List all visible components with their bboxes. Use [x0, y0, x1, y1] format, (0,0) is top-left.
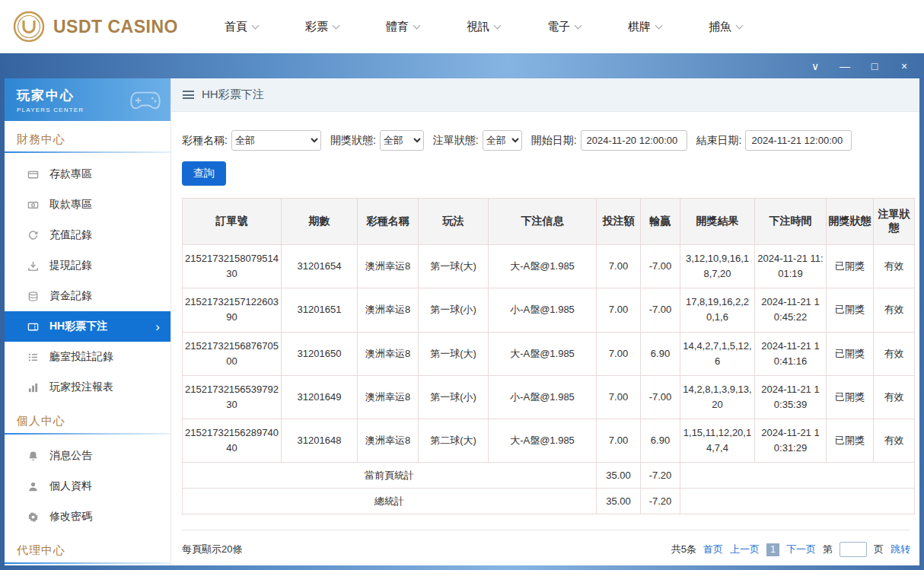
sidebar-item-room-bet-record[interactable]: 廳室投註記錄 — [5, 342, 170, 372]
draw-result-cell: 14,4,2,7,1,5,12,6 — [680, 332, 755, 375]
page-jump-input[interactable] — [840, 542, 867, 557]
search-button[interactable]: 查詢 — [182, 161, 226, 186]
logo[interactable]: USDT CASINO — [9, 9, 203, 44]
deposit-icon — [27, 169, 39, 180]
jump-link[interactable]: 跳转 — [891, 543, 910, 556]
sidebar-section-title: 代理中心 — [17, 543, 170, 558]
summary-win-loss: -7.20 — [641, 489, 680, 514]
bet-time-cell: 2024-11-21 10:31:29 — [755, 419, 827, 463]
sidebar-item-label: 廳室投註記錄 — [49, 350, 113, 364]
nav-item-label: 首頁 — [225, 20, 247, 34]
summary-empty-cell — [680, 489, 915, 514]
person-icon — [27, 481, 39, 492]
win-loss-cell: -7.00 — [641, 288, 680, 332]
play-type-cell: 第一球(大) — [419, 332, 489, 375]
draw-status-select[interactable]: 全部 — [380, 130, 424, 151]
bet-amount-cell: 7.00 — [597, 245, 641, 288]
period-cell: 31201648 — [282, 419, 358, 463]
table-row: 215217321562897404031201648澳洲幸运8第二球(大)大-… — [183, 419, 915, 463]
nav-item-label: 視訊 — [467, 20, 489, 34]
player-center-window: ∨ — □ × 玩家中心 PLAYERS CENTER 財務中心存款專區取款專區… — [0, 53, 924, 570]
window-collapse-icon[interactable]: ∨ — [809, 60, 821, 72]
order-status-select[interactable]: 全部 — [483, 130, 522, 151]
lottery-name-cell: 澳洲幸运8 — [358, 288, 419, 332]
withdrawal-record-icon — [27, 260, 39, 272]
win-loss-cell: 6.90 — [641, 332, 680, 375]
nav-item[interactable]: 電子 — [547, 20, 581, 34]
table-body: 215217321580795143031201654澳洲幸运8第一球(大)大-… — [183, 245, 915, 514]
gamepad-icon — [128, 88, 163, 111]
sidebar-item-label: 取款專區 — [49, 198, 92, 212]
start-date-label: 開始日期: — [531, 134, 577, 148]
nav-item[interactable]: 體育 — [386, 20, 419, 34]
chevron-down-icon — [413, 21, 421, 29]
column-header: 期數 — [282, 199, 358, 245]
sidebar-item-withdraw[interactable]: 取款專區 — [5, 189, 170, 220]
play-type-cell: 第二球(大) — [419, 419, 489, 463]
order-id-cell: 2152173215712260390 — [183, 288, 282, 332]
summary-bet-amount: 35.00 — [597, 463, 641, 489]
sidebar-item-label: 消息公告 — [49, 449, 92, 463]
breadcrumb: HH彩票下注 — [171, 78, 919, 112]
sidebar-item-withdrawal-record[interactable]: 提現記錄 — [5, 250, 170, 281]
table-row: 215217321580795143031201654澳洲幸运8第一球(大)大-… — [183, 245, 915, 288]
draw-status-cell: 已開獎 — [827, 332, 874, 375]
end-date-input[interactable] — [745, 130, 852, 151]
start-date-input[interactable] — [581, 130, 687, 151]
column-header: 訂單號 — [183, 199, 282, 245]
menu-icon[interactable] — [183, 91, 194, 99]
sidebar-item-funds-record[interactable]: 資金記錄 — [5, 281, 170, 311]
chevron-down-icon — [736, 21, 744, 29]
summary-empty-cell — [680, 463, 915, 489]
next-page-link[interactable]: 下一页 — [786, 543, 816, 556]
sidebar-item-player-bet-report[interactable]: 玩家投注報表 — [5, 372, 170, 403]
sidebar-item-deposit[interactable]: 存款專區 — [5, 159, 170, 189]
nav-item-label: 彩票 — [305, 20, 328, 34]
lottery-name-cell: 澳洲幸运8 — [358, 245, 419, 288]
sidebar-menu: 財務中心存款專區取款專區充值記錄提現記錄資金記錄HH彩票下注›廳室投註記錄玩家投… — [5, 132, 170, 564]
order-id-cell: 2152173215687670500 — [183, 332, 282, 375]
chevron-down-icon — [252, 21, 260, 29]
sidebar-item-label: 修改密碼 — [49, 510, 92, 524]
sidebar-item-messages[interactable]: 消息公告 — [5, 441, 170, 471]
play-type-cell: 第一球(小) — [419, 375, 489, 419]
lottery-type-select[interactable]: 全部 — [231, 130, 321, 151]
sidebar-item-label: HH彩票下注 — [49, 320, 107, 333]
sidebar-item-recharge-record[interactable]: 充值記錄 — [5, 220, 170, 250]
chevron-down-icon — [575, 21, 582, 29]
bet-amount-cell: 7.00 — [597, 288, 641, 332]
filter-bar: 彩種名稱: 全部 開獎狀態: 全部 注單狀態: 全部 開始日期: 結束日期: — [182, 130, 910, 151]
sidebar-item-profile[interactable]: 個人資料 — [5, 471, 170, 502]
sidebar-item-hh-lottery-bet[interactable]: HH彩票下注› — [5, 311, 170, 342]
nav-item[interactable]: 捕魚 — [709, 20, 742, 34]
draw-result-cell: 14,2,8,1,3,9,13,20 — [680, 375, 755, 419]
table-row: 215217321568767050031201650澳洲幸运8第一球(大)大-… — [183, 332, 915, 375]
pagination: 共5条 首页 上一页 1 下一页 第 页 跳转 — [671, 542, 910, 557]
usdt-casino-logo-icon — [9, 9, 50, 44]
nav-item[interactable]: 彩票 — [305, 20, 339, 34]
lottery-name-cell: 澳洲幸运8 — [358, 419, 419, 463]
column-header: 注單狀態 — [874, 199, 915, 245]
prev-page-link[interactable]: 上一页 — [730, 543, 760, 556]
jump-label-prefix: 第 — [823, 543, 833, 556]
page-size-text: 每頁顯示20條 — [182, 543, 242, 556]
sidebar-item-change-password[interactable]: 修改密碼 — [5, 502, 170, 532]
main-nav: 首頁彩票體育視訊電子棋牌捕魚 — [225, 20, 742, 34]
lottery-name-cell: 澳洲幸运8 — [358, 375, 419, 419]
bet-amount-cell: 7.00 — [597, 419, 641, 463]
nav-item[interactable]: 棋牌 — [628, 20, 661, 34]
nav-item[interactable]: 視訊 — [467, 20, 500, 34]
first-page-link[interactable]: 首页 — [703, 543, 723, 556]
window-maximize-icon[interactable]: □ — [868, 60, 881, 72]
window-minimize-icon[interactable]: — — [839, 60, 851, 72]
order-status-cell: 有效 — [874, 288, 915, 332]
period-cell: 31201650 — [282, 332, 358, 375]
bet-time-cell: 2024-11-21 10:41:16 — [755, 332, 827, 375]
column-header: 輸贏 — [641, 199, 680, 245]
window-close-icon[interactable]: × — [898, 60, 910, 72]
nav-item[interactable]: 首頁 — [225, 20, 258, 34]
bet-time-cell: 2024-11-21 11:01:19 — [755, 245, 827, 288]
period-cell: 31201654 — [282, 245, 358, 288]
lottery-type-label: 彩種名稱: — [182, 134, 228, 148]
current-page[interactable]: 1 — [766, 543, 779, 556]
